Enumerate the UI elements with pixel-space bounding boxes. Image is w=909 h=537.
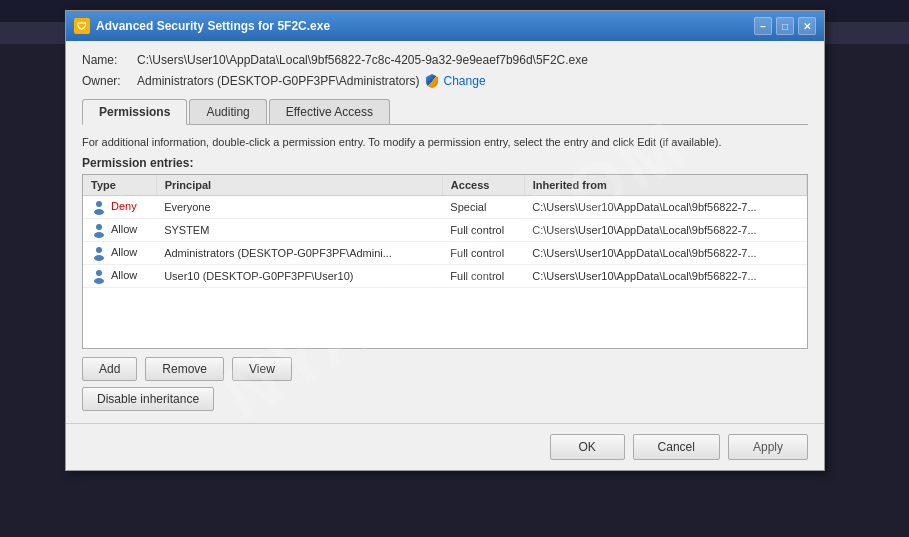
user-icon: [91, 245, 107, 261]
title-bar: 🛡 Advanced Security Settings for 5F2C.ex…: [66, 11, 824, 41]
dialog-title: Advanced Security Settings for 5F2C.exe: [96, 19, 330, 33]
cell-principal: Everyone: [156, 196, 442, 219]
cell-access: Full control: [442, 265, 524, 288]
user-icon: [91, 199, 107, 215]
advanced-security-dialog: 🛡 Advanced Security Settings for 5F2C.ex…: [65, 10, 825, 471]
cell-inherited: C:\Users\User10\AppData\Local\9bf56822-7…: [524, 219, 806, 242]
close-button[interactable]: ✕: [798, 17, 816, 35]
user-icon: [91, 222, 107, 238]
cell-inherited: C:\Users\User10\AppData\Local\9bf56822-7…: [524, 196, 806, 219]
svg-point-3: [94, 232, 104, 238]
cell-type: Allow: [83, 219, 156, 242]
cell-type: Allow: [83, 242, 156, 265]
cell-type: Deny: [83, 196, 156, 219]
instructions-text: For additional information, double-click…: [82, 135, 808, 150]
tab-effective-access[interactable]: Effective Access: [269, 99, 390, 124]
ok-button[interactable]: OK: [550, 434, 625, 460]
view-button[interactable]: View: [232, 357, 292, 381]
user-icon: [91, 268, 107, 284]
shield-icon: 🛡: [77, 21, 87, 32]
name-row: Name: C:\Users\User10\AppData\Local\9bf5…: [82, 53, 808, 67]
remove-button[interactable]: Remove: [145, 357, 224, 381]
table-header: Type Principal Access Inherited from: [83, 175, 807, 196]
table-body: Deny Everyone Special C:\Users\User10\Ap…: [83, 196, 807, 288]
table-row[interactable]: Allow SYSTEM Full control C:\Users\User1…: [83, 219, 807, 242]
tabs-container: Permissions Auditing Effective Access: [82, 99, 808, 125]
owner-row: Owner: Administrators (DESKTOP-G0PF3PF\A…: [82, 73, 808, 89]
change-link[interactable]: Change: [444, 74, 486, 88]
table-row[interactable]: Deny Everyone Special C:\Users\User10\Ap…: [83, 196, 807, 219]
cell-type: Allow: [83, 265, 156, 288]
svg-point-5: [94, 255, 104, 261]
owner-label: Owner:: [82, 74, 137, 88]
col-type: Type: [83, 175, 156, 196]
cell-access: Full control: [442, 242, 524, 265]
svg-point-0: [96, 201, 102, 207]
svg-point-7: [94, 278, 104, 284]
cell-inherited: C:\Users\User10\AppData\Local\9bf56822-7…: [524, 242, 806, 265]
action-buttons-row: Add Remove View: [82, 357, 808, 381]
tab-permissions[interactable]: Permissions: [82, 99, 187, 125]
cell-access: Special: [442, 196, 524, 219]
svg-point-6: [96, 270, 102, 276]
cell-principal: Administrators (DESKTOP-G0PF3PF\Admini..…: [156, 242, 442, 265]
section-label: Permission entries:: [82, 156, 808, 170]
dialog-footer: OK Cancel Apply: [66, 423, 824, 470]
add-button[interactable]: Add: [82, 357, 137, 381]
cell-inherited: C:\Users\User10\AppData\Local\9bf56822-7…: [524, 265, 806, 288]
col-inherited: Inherited from: [524, 175, 806, 196]
cell-principal: User10 (DESKTOP-G0PF3PF\User10): [156, 265, 442, 288]
table-row[interactable]: Allow User10 (DESKTOP-G0PF3PF\User10) Fu…: [83, 265, 807, 288]
name-label: Name:: [82, 53, 137, 67]
permission-table-container[interactable]: Type Principal Access Inherited from Den…: [82, 174, 808, 349]
disable-inheritance-button[interactable]: Disable inheritance: [82, 387, 214, 411]
svg-point-4: [96, 247, 102, 253]
cell-principal: SYSTEM: [156, 219, 442, 242]
shield-uac-icon: [424, 73, 440, 89]
cell-access: Full control: [442, 219, 524, 242]
title-bar-left: 🛡 Advanced Security Settings for 5F2C.ex…: [74, 18, 330, 34]
svg-point-1: [94, 209, 104, 215]
table-row[interactable]: Allow Administrators (DESKTOP-G0PF3PF\Ad…: [83, 242, 807, 265]
svg-point-2: [96, 224, 102, 230]
title-bar-controls[interactable]: – □ ✕: [754, 17, 816, 35]
col-principal: Principal: [156, 175, 442, 196]
name-value: C:\Users\User10\AppData\Local\9bf56822-7…: [137, 53, 588, 67]
cancel-button[interactable]: Cancel: [633, 434, 720, 460]
apply-button[interactable]: Apply: [728, 434, 808, 460]
permission-table: Type Principal Access Inherited from Den…: [83, 175, 807, 288]
dialog-content: Name: C:\Users\User10\AppData\Local\9bf5…: [66, 41, 824, 423]
tab-auditing[interactable]: Auditing: [189, 99, 266, 124]
owner-value: Administrators (DESKTOP-G0PF3PF\Administ…: [137, 74, 420, 88]
dialog-icon: 🛡: [74, 18, 90, 34]
col-access: Access: [442, 175, 524, 196]
minimize-button[interactable]: –: [754, 17, 772, 35]
restore-button[interactable]: □: [776, 17, 794, 35]
